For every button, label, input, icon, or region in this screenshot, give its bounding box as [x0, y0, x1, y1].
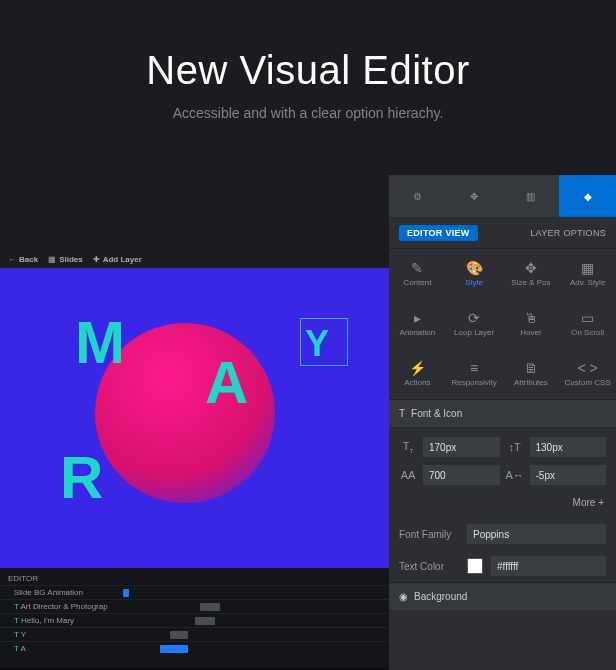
layer-options-tab[interactable]: LAYER OPTIONS — [530, 228, 606, 238]
page-title: New Visual Editor — [20, 48, 596, 93]
line-height-input[interactable] — [530, 437, 607, 457]
tab-modules[interactable]: ✥ — [446, 175, 503, 217]
font-size-input[interactable] — [423, 437, 500, 457]
option-label: Adv. Style — [570, 278, 605, 287]
option-custom-css[interactable]: < >Custom CSS — [559, 349, 616, 399]
timeline-row-label[interactable]: T Art Director & Photograp — [0, 602, 120, 611]
animation-icon: ▸ — [414, 311, 421, 325]
columns-icon: ▥ — [526, 191, 535, 202]
on-scroll-icon: ▭ — [581, 311, 594, 325]
gear-icon: ⚙ — [413, 191, 422, 202]
option-label: Style — [465, 278, 483, 287]
content-icon: ✎ — [411, 261, 423, 275]
font-family-label: Font Family — [399, 529, 459, 540]
font-family-select[interactable]: Poppins — [467, 524, 606, 544]
timeline-row-label[interactable]: T Y — [0, 630, 120, 639]
responsivity-icon: ≡ — [470, 361, 478, 375]
option-label: Custom CSS — [565, 378, 611, 387]
option-label: Size & Pos — [511, 278, 550, 287]
letter-spacing-icon: A↔ — [506, 469, 524, 481]
arrows-icon: ✥ — [470, 191, 478, 202]
custom-css-icon: < > — [578, 361, 598, 375]
layer-letter-a[interactable]: A — [205, 348, 248, 417]
slides-button[interactable]: ▦ Slides — [48, 255, 83, 264]
option-grid: ✎Content🎨Style✥Size & Pos▦Adv. Style▸Ani… — [389, 249, 616, 399]
size-pos-icon: ✥ — [525, 261, 537, 275]
option-animation[interactable]: ▸Animation — [389, 299, 446, 349]
text-icon: T — [399, 408, 405, 419]
line-height-icon: ↕T — [506, 441, 524, 453]
font-size-icon: TT — [399, 440, 417, 454]
background-section-header[interactable]: ◉ Background — [389, 582, 616, 610]
add-layer-button[interactable]: ✚ Add Layer — [93, 255, 142, 264]
option-loop-layer[interactable]: ⟳Loop Layer — [446, 299, 503, 349]
tab-settings[interactable]: ⚙ — [389, 175, 446, 217]
timeline-row-label[interactable]: T Hello, I'm Mary — [0, 616, 120, 625]
back-button[interactable]: ← Back — [8, 255, 38, 264]
timeline-head: EDITOR — [8, 574, 38, 583]
tab-layers[interactable]: ◆ — [559, 175, 616, 217]
letter-spacing-input[interactable] — [530, 465, 607, 485]
style-icon: 🎨 — [466, 261, 483, 275]
actions-icon: ⚡ — [409, 361, 426, 375]
preview-toolbar: ← Back ▦ Slides ✚ Add Layer — [0, 250, 395, 268]
more-button[interactable]: More + — [389, 495, 616, 518]
option-attributes[interactable]: 🗎Attributes — [503, 349, 560, 399]
text-color-input[interactable] — [491, 556, 606, 576]
option-actions[interactable]: ⚡Actions — [389, 349, 446, 399]
text-color-label: Text Color — [399, 561, 459, 572]
font-section-header[interactable]: T Font & Icon — [389, 399, 616, 427]
layer-letter-r[interactable]: R — [60, 443, 103, 512]
canvas[interactable]: M A R Y — [0, 268, 395, 568]
option-hover[interactable]: 🖱Hover — [503, 299, 560, 349]
page-subtitle: Accessible and with a clear option hiera… — [20, 105, 596, 121]
tab-navigation[interactable]: ▥ — [503, 175, 560, 217]
option-responsivity[interactable]: ≡Responsivity — [446, 349, 503, 399]
option-label: Actions — [404, 378, 430, 387]
background-icon: ◉ — [399, 591, 408, 602]
editor-preview: ← Back ▦ Slides ✚ Add Layer M A R Y EDIT… — [0, 250, 395, 670]
option-content[interactable]: ✎Content — [389, 249, 446, 299]
color-swatch[interactable] — [467, 558, 483, 574]
option-label: Hover — [520, 328, 541, 337]
loop-layer-icon: ⟳ — [468, 311, 480, 325]
option-on-scroll[interactable]: ▭On Scroll — [559, 299, 616, 349]
editor-view-tab[interactable]: EDITOR VIEW — [399, 225, 478, 241]
options-panel: ⚙ ✥ ▥ ◆ EDITOR VIEW LAYER OPTIONS ✎Conte… — [389, 175, 616, 670]
timeline[interactable]: EDITOR Slide BG Animation T Art Director… — [0, 568, 395, 668]
font-weight-icon: AA — [399, 469, 417, 481]
option-label: Responsivity — [451, 378, 496, 387]
option-size-pos[interactable]: ✥Size & Pos — [503, 249, 560, 299]
font-weight-select[interactable]: 700 — [423, 465, 500, 485]
option-label: Attributes — [514, 378, 548, 387]
layers-icon: ◆ — [584, 191, 592, 202]
adv-style-icon: ▦ — [581, 261, 594, 275]
timeline-row-label[interactable]: Slide BG Animation — [0, 588, 120, 597]
option-label: Loop Layer — [454, 328, 494, 337]
option-label: On Scroll — [571, 328, 604, 337]
attributes-icon: 🗎 — [524, 361, 538, 375]
selection-box[interactable] — [300, 318, 348, 366]
option-label: Animation — [400, 328, 436, 337]
option-style[interactable]: 🎨Style — [446, 249, 503, 299]
hover-icon: 🖱 — [524, 311, 538, 325]
layer-letter-m[interactable]: M — [75, 308, 125, 377]
timeline-row-label[interactable]: T A — [0, 644, 120, 653]
option-adv-style[interactable]: ▦Adv. Style — [559, 249, 616, 299]
option-label: Content — [403, 278, 431, 287]
